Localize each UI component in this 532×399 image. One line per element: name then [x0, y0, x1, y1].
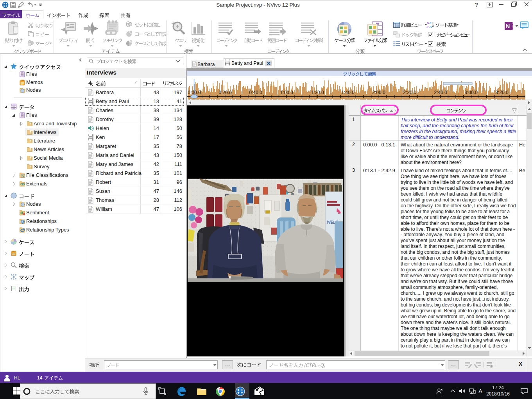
- svg-text:N: N: [506, 23, 510, 29]
- svg-text:A: A: [429, 25, 432, 28]
- svg-text:Z: Z: [426, 25, 429, 28]
